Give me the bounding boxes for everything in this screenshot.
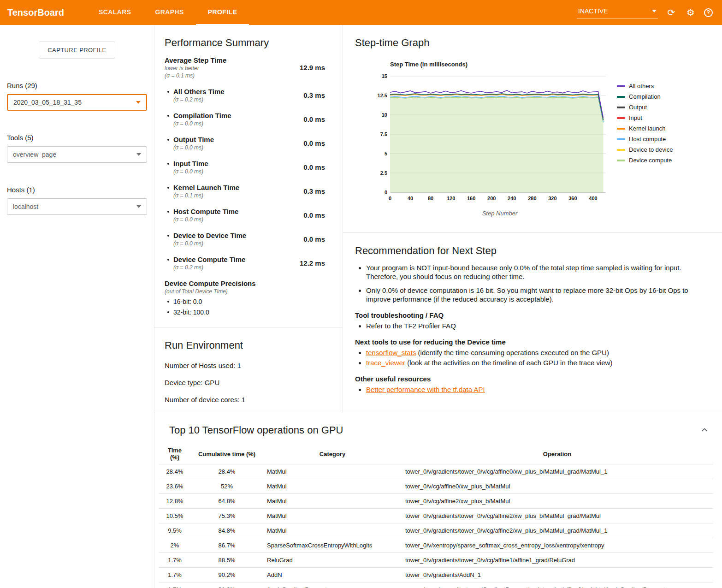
status-dropdown[interactable]: INACTIVE [577, 6, 658, 18]
refresh-icon[interactable]: ⟳ [665, 7, 677, 18]
metric-label: Input Time [173, 160, 208, 167]
bullet-icon [167, 91, 169, 93]
metric-label: Device to Device Time [173, 232, 246, 239]
cell-operation: tower_0/v/cg/affine2/xw_plus_b/MatMul [402, 494, 713, 509]
tab-profile[interactable]: PROFILE [196, 0, 249, 25]
legend-label: Output [629, 104, 647, 111]
legend-swatch-icon [617, 107, 625, 108]
gear-icon[interactable]: ⚙ [685, 7, 697, 18]
cell-cumulative: 28.4% [190, 464, 263, 479]
metric-sigma: (σ = 0.2 ms) [173, 264, 245, 271]
header-tabs: SCALARSGRAPHSPROFILE [87, 0, 249, 25]
metric-row: All Others Time (σ = 0.2 ms) 0.3 ms [165, 88, 325, 103]
legend-label: Compilation [629, 93, 661, 100]
dropdown-arrow-icon [652, 10, 657, 12]
legend-swatch-icon [617, 85, 625, 87]
app-title: TensorBoard [7, 7, 87, 18]
svg-text:320: 320 [548, 196, 556, 201]
bullet-icon [167, 301, 169, 303]
recommendation-bullet: Only 0.0% of device computation is 16 bi… [366, 286, 701, 303]
help-icon[interactable]: ? [704, 8, 713, 17]
top-ops-table: Time (%)Cumulative time (%)CategoryOpera… [159, 444, 713, 588]
tab-scalars[interactable]: SCALARS [87, 0, 143, 25]
svg-text:200: 200 [487, 196, 496, 201]
svg-text:0: 0 [385, 190, 387, 195]
dropdown-arrow-icon [136, 205, 141, 208]
legend-swatch-icon [617, 117, 625, 119]
cell-category: SparseSoftmaxCrossEntropyWithLogits [263, 538, 402, 553]
top-ops-title: Top 10 TensorFlow operations on GPU [169, 424, 343, 436]
svg-text:360: 360 [568, 196, 577, 201]
metric-sigma: (σ = 0.0 ms) [173, 120, 231, 127]
cell-cumulative: 91.9% [190, 582, 263, 588]
metric-sigma: (σ = 0.0 ms) [173, 168, 208, 175]
metric-sigma: (σ = 0.0 ms) [173, 216, 238, 223]
metric-label: All Others Time [173, 88, 225, 95]
recommendation-groups: Tool troubleshooting / FAQ Refer to the … [355, 311, 701, 394]
legend-item: Device compute [617, 157, 673, 164]
recommendation-link[interactable]: trace_viewer [366, 359, 405, 367]
precisions-items: 16-bit: 0.032-bit: 100.0 [165, 298, 325, 316]
performance-metrics: All Others Time (σ = 0.2 ms) 0.3 ms Comp… [165, 88, 325, 271]
cell-operation: tower_0/v/gradients/tower_0/v/cg/affine1… [402, 553, 713, 568]
legend-item: Compilation [617, 93, 673, 100]
svg-text:0: 0 [389, 196, 391, 201]
metric-row: Input Time (σ = 0.0 ms) 0.0 ms [165, 160, 325, 175]
runs-label: Runs (29) [7, 82, 154, 89]
metric-value: 0.0 ms [303, 115, 325, 123]
legend-swatch-icon [617, 96, 625, 98]
cell-time: 9.5% [159, 523, 190, 538]
cell-category: MatMul [263, 509, 402, 523]
metric-sigma: (σ = 0.0 ms) [173, 240, 246, 247]
metric-label: Device Compute Time [173, 255, 245, 263]
svg-text:400: 400 [589, 196, 597, 201]
recommendation-link[interactable]: tensorflow_stats [366, 349, 416, 356]
svg-text:10: 10 [382, 112, 387, 118]
cell-time: 10.5% [159, 509, 190, 523]
svg-text:120: 120 [447, 196, 455, 201]
metric-label: Kernel Launch Time [173, 184, 239, 191]
precisions-title: Device Compute Precisions [165, 279, 325, 287]
tools-dropdown-value: overview_page [13, 151, 56, 158]
precision-item: 16-bit: 0.0 [165, 298, 325, 305]
recommendation-group: Next tools to use for reducing the Devic… [355, 338, 701, 367]
cell-time: 2% [159, 538, 190, 553]
run-environment-lines: Number of Hosts used: 1Device type: GPUN… [165, 362, 325, 404]
metric-row: Output Time (σ = 0.0 ms) 0.0 ms [165, 136, 325, 151]
legend-label: All others [629, 83, 654, 89]
cell-cumulative: 90.2% [190, 568, 263, 582]
metric-row: Compilation Time (σ = 0.0 ms) 0.0 ms [165, 112, 325, 127]
cell-cumulative: 52% [190, 479, 263, 494]
chart-title: Step Time (in milliseconds) [390, 61, 722, 68]
recommendation-item: tensorflow_stats (identify the time-cons… [366, 348, 701, 357]
right-column: Step-time Graph Step Time (in millisecon… [343, 25, 722, 413]
runs-dropdown[interactable]: 2020_03_05_18_31_35 [7, 94, 147, 111]
recommendation-group: Tool troubleshooting / FAQ Refer to the … [355, 311, 701, 330]
capture-profile-button[interactable]: CAPTURE PROFILE [39, 42, 115, 59]
chart-legend: All others Compilation Output Input Kern… [617, 83, 673, 217]
hosts-dropdown[interactable]: localhost [7, 198, 147, 215]
section-divider [154, 327, 343, 327]
table-row: 10.5% 75.3% MatMul tower_0/v/gradients/t… [159, 509, 713, 523]
tab-graphs[interactable]: GRAPHS [143, 0, 195, 25]
cell-operation: append_apply_gradient_ops/GradientDescen… [402, 582, 713, 588]
table-header-cell: Operation [402, 444, 713, 464]
svg-text:5: 5 [385, 151, 387, 156]
metric-row: Device to Device Time (σ = 0.0 ms) 0.0 m… [165, 232, 325, 247]
recommendation-link[interactable]: Better performance with the tf.data API [366, 386, 485, 393]
svg-text:15: 15 [382, 73, 387, 79]
tools-dropdown[interactable]: overview_page [7, 146, 147, 163]
cell-time: 1.7% [159, 582, 190, 588]
bullet-icon [167, 311, 169, 313]
cell-cumulative: 84.8% [190, 523, 263, 538]
table-header-row: Time (%)Cumulative time (%)CategoryOpera… [159, 444, 713, 464]
runs-dropdown-value: 2020_03_05_18_31_35 [13, 99, 82, 106]
cell-category: ApplyGradientDescent [263, 582, 402, 588]
bullet-icon [167, 187, 169, 189]
cell-operation: tower_0/v/xentropy/sparse_softmax_cross_… [402, 538, 713, 553]
collapse-icon[interactable] [701, 426, 708, 435]
cell-category: AddN [263, 568, 402, 582]
legend-item: Output [617, 104, 673, 111]
table-row: 9.5% 84.8% MatMul tower_0/v/gradients/to… [159, 523, 713, 538]
bullet-icon [167, 139, 169, 141]
